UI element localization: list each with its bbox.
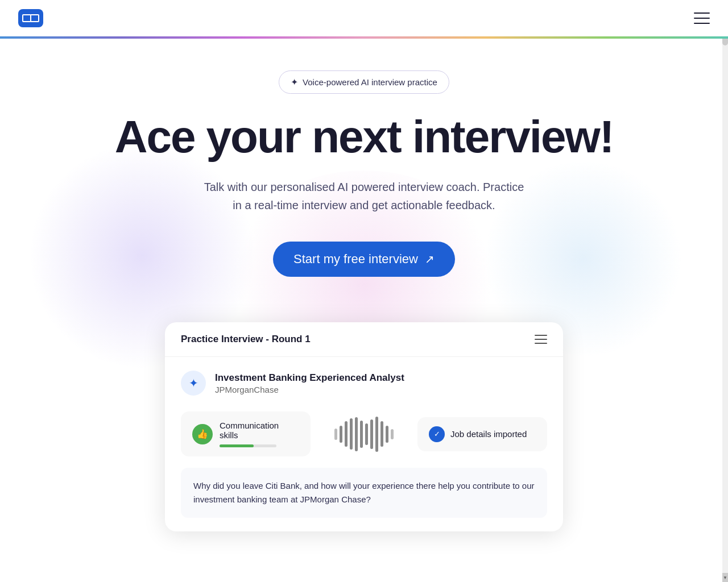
skill-progress-bar-bg xyxy=(220,444,276,447)
logo-icon xyxy=(18,9,43,27)
hero-subtitle: Talk with our personalised AI powered in… xyxy=(204,178,524,214)
job-title: Investment Banking Experienced Analyst xyxy=(215,372,404,384)
question-box: Why did you leave Citi Bank, and how wil… xyxy=(181,468,547,518)
skill-content: Communication skills xyxy=(220,421,299,447)
hero-section: ✦ Voice-powered AI interview practice Ac… xyxy=(0,36,728,531)
thumbs-up-icon: 👍 xyxy=(192,424,213,444)
sparkle-icon: ✦ xyxy=(291,77,298,88)
cta-label: Start my free interview xyxy=(293,252,418,267)
interview-question: Why did you leave Citi Bank, and how wil… xyxy=(193,479,535,506)
audio-bar xyxy=(375,417,378,452)
job-imported-box: ✓ Job details imported xyxy=(417,417,547,451)
card-header: Practice Interview - Round 1 xyxy=(165,322,563,357)
audio-bar xyxy=(360,421,363,448)
audio-bar xyxy=(386,426,388,443)
audio-bar xyxy=(334,429,337,440)
job-info: ✦ Investment Banking Experienced Analyst… xyxy=(181,371,547,396)
hero-subtitle-line1: Talk with our personalised AI powered in… xyxy=(204,181,524,193)
skills-audio-row: 👍 Communication skills ✓ xyxy=(181,411,547,456)
card-body: ✦ Investment Banking Experienced Analyst… xyxy=(165,357,563,531)
interview-card-wrapper: Practice Interview - Round 1 ✦ Investmen… xyxy=(11,322,717,531)
audio-bar xyxy=(340,426,342,443)
skill-label: Communication skills xyxy=(220,421,299,440)
audio-visualizer xyxy=(311,417,417,451)
audio-bar xyxy=(345,421,348,447)
audio-bar xyxy=(355,417,358,451)
job-details: Investment Banking Experienced Analyst J… xyxy=(215,372,404,394)
cta-arrow-icon: ↗ xyxy=(425,252,435,266)
communication-skills-box: 👍 Communication skills xyxy=(181,411,311,456)
hamburger-line-3 xyxy=(694,23,710,24)
audio-bar xyxy=(380,421,383,447)
hamburger-line-1 xyxy=(694,13,710,14)
hamburger-menu-button[interactable] xyxy=(694,13,710,24)
card-menu-line-2 xyxy=(535,339,547,340)
audio-bar xyxy=(391,429,394,439)
audio-bar xyxy=(350,418,353,450)
hamburger-line-2 xyxy=(694,18,710,19)
hero-subtitle-line2: in a real-time interview and get actiona… xyxy=(233,199,495,211)
card-menu-button[interactable] xyxy=(535,335,547,344)
job-sparkle-icon: ✦ xyxy=(181,371,206,396)
scrollbar-down-arrow[interactable]: ▼ xyxy=(722,573,728,582)
start-interview-button[interactable]: Start my free interview ↗ xyxy=(273,242,455,277)
hero-title: Ace your next interview! xyxy=(115,112,614,162)
card-title: Practice Interview - Round 1 xyxy=(181,334,311,345)
job-imported-text: Job details imported xyxy=(450,429,527,439)
interview-card: Practice Interview - Round 1 ✦ Investmen… xyxy=(165,322,563,531)
card-menu-line-3 xyxy=(535,343,547,344)
skill-progress-bar-fill xyxy=(220,444,254,447)
navbar xyxy=(0,0,728,36)
check-icon: ✓ xyxy=(429,426,445,442)
hero-badge: ✦ Voice-powered AI interview practice xyxy=(279,70,449,94)
audio-bar xyxy=(365,423,368,445)
card-menu-line-1 xyxy=(535,335,547,336)
job-company: JPMorganChase xyxy=(215,385,404,394)
audio-bar xyxy=(370,419,373,449)
badge-text: Voice-powered AI interview practice xyxy=(303,77,437,87)
logo[interactable] xyxy=(18,9,43,27)
